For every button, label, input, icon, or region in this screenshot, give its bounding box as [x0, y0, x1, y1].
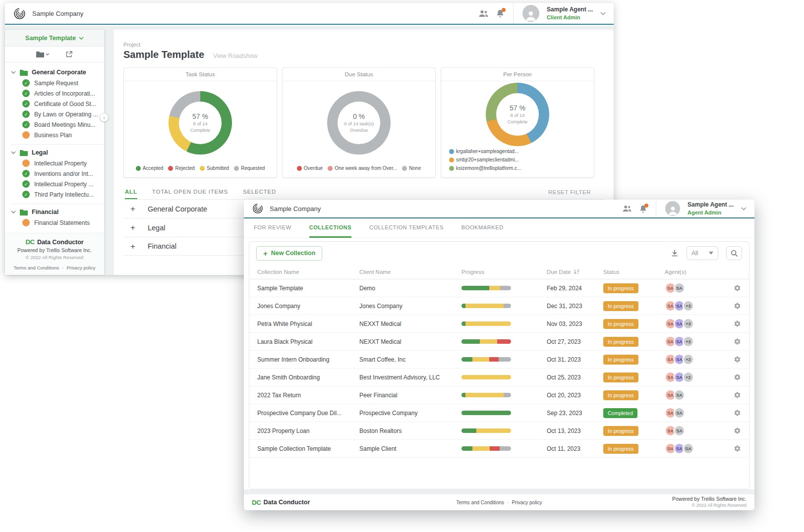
row-settings-button[interactable] — [724, 338, 741, 345]
progress-cell — [461, 428, 547, 433]
notifications-bell-icon[interactable] — [496, 9, 504, 18]
sidebar-section-header[interactable]: General Corporate — [11, 68, 104, 78]
status-cell: In progress — [603, 301, 665, 311]
donut-subtext2: Complete — [190, 127, 211, 133]
table-body: Sample TemplateDemoFeb 29, 2024In progre… — [249, 279, 749, 458]
agent-chip[interactable]: +3 — [683, 318, 694, 329]
user-name: Sample Agent ... — [688, 201, 734, 209]
row-settings-button[interactable] — [724, 302, 741, 310]
sidebar-section-header[interactable]: Legal — [11, 148, 104, 158]
plus-icon[interactable]: + — [130, 205, 135, 213]
tab-selected[interactable]: SELECTED — [243, 189, 276, 199]
sidebar-doc-item[interactable]: ✓Board Meetings Minu... — [22, 119, 104, 130]
row-settings-button[interactable] — [724, 373, 741, 381]
column-header-client-name[interactable]: Client Name — [359, 269, 461, 275]
collection-row[interactable]: 2022 Tax ReturnPeer FinancialOct 20, 202… — [249, 386, 749, 404]
terms-link[interactable]: Terms and Conditions — [13, 265, 59, 270]
collections-table-card: + New Collection All — [249, 241, 749, 489]
open-external-icon[interactable] — [65, 51, 73, 58]
sidebar-doc-item[interactable]: ✓Certificate of Good St... — [22, 99, 104, 109]
chevron-down-icon[interactable] — [600, 12, 606, 15]
row-settings-button[interactable] — [724, 356, 741, 363]
folder-dropdown-icon[interactable] — [36, 51, 50, 57]
sidebar-doc-item[interactable]: ✓Intellectual Property ... — [22, 179, 104, 189]
tab-collections[interactable]: COLLECTIONS — [309, 218, 351, 238]
agent-chip[interactable]: +3 — [683, 336, 694, 347]
sidebar-collapse-button[interactable]: ‹ — [100, 113, 109, 122]
progress-segment — [461, 286, 489, 290]
sidebar-doc-item[interactable]: ✓Sample Request — [22, 78, 104, 88]
column-header-collection-name[interactable]: Collection Name — [257, 269, 359, 275]
notifications-bell-icon[interactable] — [639, 205, 647, 213]
progress-segment — [476, 428, 511, 433]
column-header-agent-s[interactable]: Agent(s) — [665, 269, 724, 275]
donut-subtext2: Overdue — [350, 127, 368, 133]
avatar[interactable] — [522, 5, 539, 22]
row-settings-button[interactable] — [724, 391, 741, 399]
collection-row[interactable]: Sample TemplateDemoFeb 29, 2024In progre… — [249, 279, 749, 297]
collection-row[interactable]: Prospective Company Due Dil...Prospectiv… — [249, 404, 749, 422]
tab-for-review[interactable]: FOR REVIEW — [254, 218, 291, 238]
sidebar-doc-item[interactable]: ✓By Laws or Operating ... — [22, 109, 104, 119]
template-selector[interactable]: Sample Template — [5, 30, 104, 47]
reset-filter-button[interactable]: RESET FILTER — [548, 189, 605, 199]
sidebar-doc-item[interactable]: Business Plan — [22, 130, 104, 140]
tab-bookmarked[interactable]: BOOKMARKED — [461, 218, 504, 238]
row-settings-button[interactable] — [724, 320, 741, 327]
column-header-progress[interactable]: Progress — [461, 269, 547, 275]
tab-collection-templates[interactable]: COLLECTION TEMPLATES — [369, 218, 444, 238]
agent-chip[interactable]: SA — [674, 282, 685, 294]
legend-dot-icon — [402, 166, 407, 171]
collection-row[interactable]: Laura Black PhysicalNEXXT MedicalOct 27,… — [249, 333, 749, 351]
chevron-down-icon[interactable] — [741, 207, 747, 211]
sidebar-doc-item[interactable]: Intellectual Property — [22, 158, 104, 168]
row-settings-button[interactable] — [724, 427, 741, 434]
collection-name-cell: Laura Black Physical — [257, 338, 359, 345]
plus-icon[interactable]: + — [130, 223, 135, 232]
status-cell: In progress — [603, 355, 665, 365]
sidebar-doc-item[interactable]: ✓Articles of Incorporati... — [22, 88, 104, 99]
agent-chip[interactable]: +2 — [683, 372, 694, 383]
tab-all[interactable]: ALL — [125, 189, 137, 199]
view-roadshow-link[interactable]: View Roadshow — [213, 53, 257, 59]
progress-segment — [461, 321, 465, 326]
collection-row[interactable]: 2023 Property LoanBoston RealtorsOct 13,… — [249, 422, 749, 440]
sidebar-doc-item[interactable]: ✓Inventions and/or Int... — [22, 168, 104, 179]
progress-segment — [472, 357, 489, 362]
agent-chip[interactable]: +3 — [683, 300, 694, 312]
plus-icon[interactable]: + — [130, 242, 135, 251]
users-icon[interactable] — [478, 10, 489, 17]
sidebar-doc-item[interactable]: Financial Statements — [22, 217, 104, 228]
progress-segment — [461, 393, 465, 397]
download-icon[interactable] — [671, 249, 679, 257]
collection-row[interactable]: Petra White PhysicalNEXXT MedicalNov 03,… — [249, 315, 749, 333]
progress-bar — [461, 428, 511, 433]
row-settings-button[interactable] — [724, 445, 741, 452]
column-header-due-date[interactable]: Due Date — [547, 269, 603, 275]
row-settings-button[interactable] — [724, 409, 741, 417]
row-settings-button[interactable] — [724, 284, 741, 292]
agent-chip[interactable]: +2 — [683, 354, 694, 365]
agent-chip[interactable]: SA — [674, 425, 685, 436]
new-collection-button[interactable]: + New Collection — [256, 246, 322, 261]
search-button[interactable] — [726, 246, 742, 260]
collection-row[interactable]: Sample Collection TemplateSample ClientO… — [249, 440, 749, 458]
sidebar-doc-item[interactable]: ✓Third Party Intellectu... — [22, 189, 104, 200]
sidebar-section-header[interactable]: Financial — [11, 208, 104, 217]
privacy-link[interactable]: Privacy policy — [66, 265, 95, 270]
legend-label: krgallaher+sampleagentad... — [456, 149, 518, 154]
collection-row[interactable]: Summer Intern OnboardingSmart Coffee, In… — [249, 351, 749, 369]
privacy-link[interactable]: Privacy policy — [512, 500, 542, 505]
users-icon[interactable] — [622, 205, 632, 212]
chart-title: Per Person — [441, 68, 594, 81]
collection-row[interactable]: Jones CompanyJones CompanyDec 31, 2023In… — [249, 297, 749, 315]
agent-chip[interactable]: SA — [674, 407, 685, 419]
agent-chip[interactable]: SA — [683, 443, 694, 454]
tab-total-open-due-items[interactable]: TOTAL OPEN DUE ITEMS — [152, 189, 228, 199]
agent-chip[interactable]: SA — [674, 389, 685, 401]
avatar[interactable] — [665, 201, 680, 216]
terms-link[interactable]: Terms and Conditions — [456, 500, 504, 505]
filter-select[interactable]: All — [687, 246, 718, 260]
collection-row[interactable]: Jane Smith OnboardingBest Investment Adv… — [249, 369, 749, 386]
column-header-status[interactable]: Status — [603, 269, 665, 275]
